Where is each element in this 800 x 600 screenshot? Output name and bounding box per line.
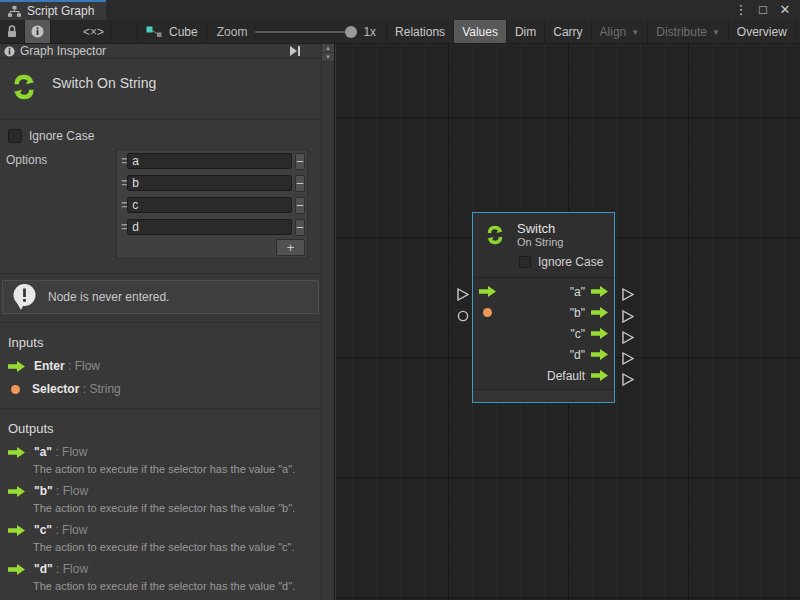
warning-box: Node is never entered. <box>2 280 319 314</box>
output-port-icon[interactable] <box>591 307 608 318</box>
overview-button[interactable]: Overview <box>729 20 796 43</box>
node-ignore-case-row: Ignore Case <box>483 249 606 273</box>
node-ignore-case-label: Ignore Case <box>538 255 603 269</box>
graph-breadcrumb[interactable]: Cube <box>137 20 207 43</box>
node-title: Switch <box>517 221 563 236</box>
zoom-slider[interactable] <box>255 31 355 33</box>
zoom-slider-knob[interactable] <box>345 26 357 38</box>
edit-code-button[interactable]: <×> <box>77 20 111 43</box>
graph-tab-icon <box>8 6 21 17</box>
tab-script-graph[interactable]: Script Graph <box>0 0 106 20</box>
node-ignore-case-checkbox[interactable] <box>519 256 531 268</box>
switch-icon <box>483 223 507 247</box>
graph-name: Cube <box>169 25 198 39</box>
options-list: = − = − = − = <box>116 149 308 259</box>
page-title: Switch On String <box>52 71 156 91</box>
remove-option-button[interactable]: − <box>295 197 305 214</box>
window-maximize-icon[interactable]: □ <box>754 1 772 19</box>
outputs-header: Outputs <box>0 409 321 440</box>
remove-option-button[interactable]: − <box>295 219 305 236</box>
warning-text: Node is never entered. <box>48 290 169 304</box>
output-port-row: Default : Flow <box>0 596 321 600</box>
options-footer: + <box>117 238 307 258</box>
full-screen-button[interactable]: Full Screen <box>796 20 800 43</box>
switch-on-string-node[interactable]: Switch On String Ignore Case "a" "b <box>472 212 615 403</box>
values-button[interactable]: Values <box>454 20 507 43</box>
flow-arrow-icon <box>8 525 25 536</box>
output-port-description: The action to execute if the selector ha… <box>0 580 321 596</box>
option-input[interactable] <box>127 197 292 213</box>
window-close-icon[interactable]: ✕ <box>776 1 794 19</box>
inspector-header: Graph Inspector <box>0 44 321 59</box>
flow-arrow-icon <box>8 361 25 372</box>
ignore-case-checkbox[interactable] <box>8 129 22 143</box>
divider <box>0 273 321 274</box>
external-flow-output-stub[interactable] <box>621 331 634 347</box>
carry-button[interactable]: Carry <box>545 20 591 43</box>
inspector-toggle-button[interactable] <box>25 20 51 43</box>
scroll-up-icon[interactable]: ▲ <box>322 44 334 53</box>
code-icon: <×> <box>83 25 104 39</box>
options-section: Options = − = − = − <box>0 145 321 265</box>
external-flow-output-stub[interactable] <box>621 373 634 389</box>
external-flow-output-stub[interactable] <box>621 310 634 326</box>
zoom-value: 1x <box>363 25 376 39</box>
node-subtitle: On String <box>517 236 563 249</box>
flow-arrow-icon <box>8 564 25 575</box>
node-port-row: Default <box>473 365 614 386</box>
relations-button[interactable]: Relations <box>386 20 454 43</box>
dim-button[interactable]: Dim <box>507 20 545 43</box>
output-port-description: The action to execute if the selector ha… <box>0 541 321 557</box>
option-input[interactable] <box>127 175 292 191</box>
dock-icon <box>289 46 301 56</box>
warning-icon <box>11 283 38 311</box>
remove-option-button[interactable]: − <box>295 175 305 192</box>
output-port-row: "d" : Flow <box>0 557 321 580</box>
option-input[interactable] <box>127 153 292 169</box>
output-port-icon[interactable] <box>591 349 608 360</box>
enter-port-icon[interactable] <box>479 286 496 297</box>
distribute-button[interactable]: Distribute ▼ <box>648 20 729 43</box>
toolbar-gap <box>111 20 137 43</box>
add-option-button[interactable]: + <box>276 239 305 256</box>
window-menu-icon[interactable]: ⋮ <box>732 1 750 19</box>
node-port-row: "d" <box>473 344 614 365</box>
option-row: = − <box>117 216 307 238</box>
node-port-row: "b" <box>473 302 614 323</box>
info-icon <box>4 46 15 57</box>
graph-canvas[interactable]: Switch On String Ignore Case "a" "b <box>336 44 800 600</box>
align-button[interactable]: Align ▼ <box>592 20 649 43</box>
switch-icon <box>8 71 40 103</box>
info-icon <box>31 25 44 38</box>
lock-button[interactable] <box>0 20 25 43</box>
output-port-icon[interactable] <box>591 328 608 339</box>
triangle-port-icon <box>621 288 634 301</box>
input-port-row: Enter : Flow <box>0 354 321 377</box>
external-value-input-stub[interactable] <box>457 310 469 325</box>
output-port-description: The action to execute if the selector ha… <box>0 502 321 518</box>
external-flow-output-stub[interactable] <box>621 288 634 304</box>
node-port-row: "c" <box>473 323 614 344</box>
triangle-port-icon <box>621 310 634 323</box>
dock-inspector-button[interactable] <box>289 46 301 56</box>
node-footer <box>473 389 614 402</box>
input-port-row: Selector : String <box>0 377 321 400</box>
node-title-block: Switch On String <box>0 59 321 120</box>
scroll-down-icon[interactable]: ▼ <box>322 53 334 62</box>
ignore-case-label: Ignore Case <box>29 129 94 143</box>
lock-icon <box>6 25 18 38</box>
option-row: = − <box>117 194 307 216</box>
external-flow-output-stub[interactable] <box>621 352 634 368</box>
option-input[interactable] <box>127 219 292 235</box>
output-port-icon[interactable] <box>591 286 608 297</box>
output-port-row: "a" : Flow <box>0 440 321 463</box>
chevron-down-icon: ▼ <box>631 28 639 37</box>
selector-port-icon[interactable] <box>483 308 492 317</box>
toolbar: <×> Cube Zoom 1x Relations Values Dim Ca… <box>0 20 800 44</box>
inspector-scrollbar[interactable]: ▲ ▼ <box>321 44 334 600</box>
external-flow-input-stub[interactable] <box>456 288 469 304</box>
remove-option-button[interactable]: − <box>295 153 305 170</box>
tab-title: Script Graph <box>27 4 94 18</box>
window-controls: ⋮ □ ✕ <box>732 0 800 20</box>
output-port-icon[interactable] <box>591 370 608 381</box>
